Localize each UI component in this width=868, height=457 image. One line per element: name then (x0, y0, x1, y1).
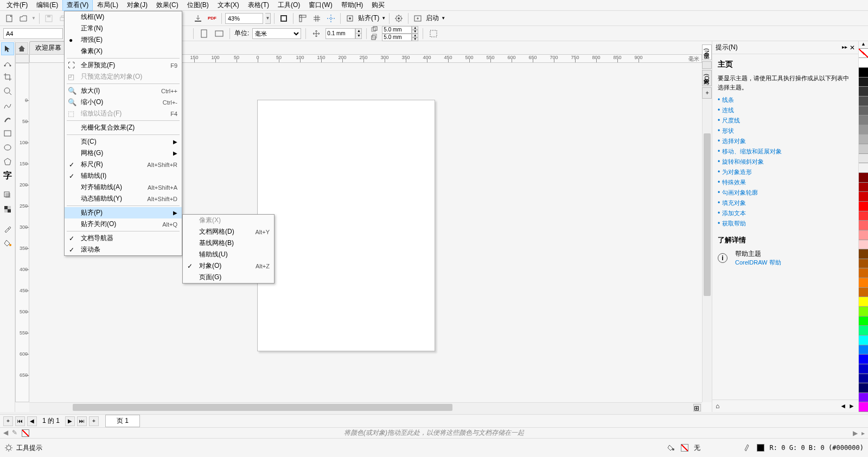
menu-item-增强(E)[interactable]: ●增强(E) (65, 34, 182, 46)
menu-布局(L)[interactable]: 布局(L) (93, 0, 123, 11)
menu-工具(O)[interactable]: 工具(O) (273, 0, 304, 11)
color-swatch[interactable] (859, 355, 868, 364)
doc-palette-nofill-swatch[interactable] (22, 429, 29, 437)
zoom-input[interactable] (225, 13, 263, 24)
no-fill-swatch[interactable] (859, 49, 868, 59)
menu-窗口(W)[interactable]: 窗口(W) (304, 0, 336, 11)
nudge-input[interactable] (326, 28, 355, 39)
snap-dropdown[interactable]: 贴齐(T) ▼ (358, 14, 386, 23)
menu-效果(C)[interactable]: 效果(C) (152, 0, 183, 11)
add-docker-button[interactable]: + (702, 87, 712, 98)
add-page-after-button[interactable]: + (89, 416, 99, 426)
zoom-tool[interactable] (1, 85, 14, 98)
menu-item-网格(G)[interactable]: 网格(G)▶ (65, 147, 182, 159)
palette-scroll-up[interactable]: ▲ (859, 41, 868, 49)
hint-topic-勾画对象轮廓[interactable]: 勾画对象轮廓 (722, 189, 758, 196)
color-swatch[interactable] (859, 173, 868, 183)
menu-item-像素(X)[interactable]: 像素(X) (65, 46, 182, 57)
color-swatch[interactable] (859, 345, 868, 355)
color-swatch[interactable] (859, 144, 868, 154)
color-swatch[interactable] (859, 78, 868, 87)
menu-item-全屏预览(F)[interactable]: ⛶全屏预览(F)F9 (65, 60, 182, 71)
color-swatch[interactable] (859, 115, 868, 125)
pick-tool[interactable] (1, 42, 14, 55)
menu-item-基线网格(B)[interactable]: 基线网格(B) (183, 237, 274, 249)
menu-查看(V)[interactable]: 查看(V) (62, 0, 93, 11)
home-tab-button[interactable] (15, 42, 28, 54)
menu-文件(F)[interactable]: 文件(F) (2, 0, 32, 11)
hint-topic-填充对象[interactable]: 填充对象 (722, 199, 746, 206)
treat-as-filled-button[interactable] (427, 28, 439, 40)
docker-tab-对象(O)[interactable]: 对象(O) (702, 70, 712, 86)
color-swatch[interactable] (859, 383, 868, 393)
shape-tool[interactable] (1, 56, 14, 69)
fill-tool[interactable] (1, 236, 14, 249)
polygon-tool[interactable] (1, 155, 14, 168)
color-swatch[interactable] (859, 221, 868, 230)
menu-购买[interactable]: 购买 (367, 0, 389, 11)
menu-item-辅助线(I)[interactable]: ✓辅助线(I) (65, 170, 182, 182)
hint-topic-旋转和倾斜对象[interactable]: 旋转和倾斜对象 (722, 158, 764, 165)
eyedropper-tool[interactable] (1, 222, 14, 235)
hint-topic-尺度线[interactable]: 尺度线 (722, 117, 740, 124)
hint-topic-为对象造形[interactable]: 为对象造形 (722, 169, 752, 175)
text-tool[interactable]: 字 (1, 169, 14, 182)
menu-编辑(E)[interactable]: 编辑(E) (32, 0, 62, 11)
menu-表格(T)[interactable]: 表格(T) (244, 0, 273, 11)
import-button[interactable] (192, 12, 204, 24)
color-swatch[interactable] (859, 288, 868, 298)
menu-item-对齐辅助线(A)[interactable]: 对齐辅助线(A)Alt+Shift+A (65, 182, 182, 193)
hint-topic-形状[interactable]: 形状 (722, 127, 734, 134)
color-swatch[interactable] (859, 96, 868, 106)
freehand-tool[interactable] (1, 99, 14, 112)
menu-item-光栅化复合效果(Z)[interactable]: 光栅化复合效果(Z) (65, 122, 182, 133)
menu-item-文档网格(D)[interactable]: 文档网格(D)Alt+Y (183, 226, 274, 237)
coreldraw-help-link[interactable]: CorelDRAW 帮助 (735, 259, 781, 266)
color-swatch[interactable] (859, 58, 868, 68)
crop-tool[interactable] (1, 70, 14, 83)
menu-item-放大(I)[interactable]: 🔍放大(I)Ctrl++ (65, 85, 182, 96)
color-swatch[interactable] (859, 240, 868, 250)
menu-item-滚动条[interactable]: ✓滚动条 (65, 244, 182, 255)
menu-帮助(H)[interactable]: 帮助(H) (337, 0, 368, 11)
menu-item-页(C)[interactable]: 页(C)▶ (65, 136, 182, 147)
hint-topic-线条[interactable]: 线条 (722, 96, 734, 103)
rectangle-tool[interactable] (1, 127, 14, 140)
hint-topic-获取帮助[interactable]: 获取帮助 (722, 220, 746, 227)
document-palette[interactable]: ◀ ✎ 将颜色(或对象)拖动至此处，以便将这些颜色与文档存储在一起 ▶ ▸ (0, 427, 868, 438)
color-swatch[interactable] (859, 268, 868, 278)
fullscreen-preview-button[interactable] (278, 12, 290, 24)
color-swatch[interactable] (859, 134, 868, 144)
transparency-tool[interactable] (1, 203, 14, 216)
color-swatch[interactable] (859, 68, 868, 78)
landscape-button[interactable] (213, 28, 225, 40)
color-swatch[interactable] (859, 402, 868, 412)
color-swatch[interactable] (859, 307, 868, 317)
hint-topic-移动、缩放和延展对象[interactable]: 移动、缩放和延展对象 (722, 148, 782, 155)
dup-y-input[interactable] (382, 34, 412, 41)
color-swatch[interactable] (859, 393, 868, 403)
color-swatch[interactable] (859, 192, 868, 202)
portrait-button[interactable] (198, 28, 210, 40)
doc-palette-nav-left[interactable]: ◀ (3, 429, 8, 436)
open-button[interactable] (17, 12, 29, 24)
units-select[interactable]: 毫米 (252, 28, 301, 39)
launch-icon[interactable] (412, 12, 424, 24)
page-tab[interactable]: 页 1 (105, 415, 140, 427)
artistic-media-tool[interactable] (1, 113, 14, 126)
ruler-origin[interactable] (15, 54, 29, 63)
hint-topic-添加文本[interactable]: 添加文本 (722, 210, 746, 216)
hint-topic-特殊效果[interactable]: 特殊效果 (722, 179, 746, 185)
paper-size-input[interactable] (3, 28, 63, 39)
add-page-button[interactable]: + (3, 416, 13, 426)
menu-item-动态辅助线(Y)[interactable]: 动态辅助线(Y)Alt+Shift+D (65, 193, 182, 204)
last-page-button[interactable]: ⏭ (77, 416, 87, 426)
color-swatch[interactable] (859, 106, 868, 116)
hint-topic-连线[interactable]: 连线 (722, 107, 734, 113)
color-swatch[interactable] (859, 125, 868, 135)
first-page-button[interactable]: ⏮ (15, 416, 25, 426)
menu-item-页面(G)[interactable]: 页面(G) (183, 272, 274, 283)
menu-item-缩小(O)[interactable]: 🔍缩小(O)Ctrl+- (65, 96, 182, 108)
navigator-button[interactable]: ⊞ (693, 404, 701, 411)
color-swatch[interactable] (859, 336, 868, 345)
